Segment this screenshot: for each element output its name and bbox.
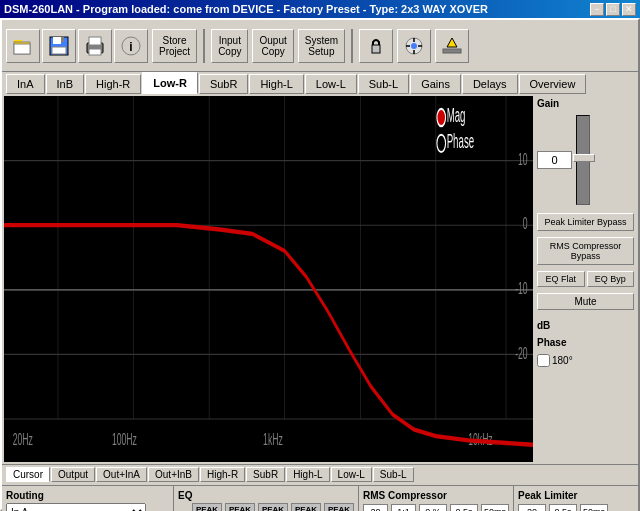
save-button[interactable] bbox=[42, 29, 76, 63]
svg-text:20Hz: 20Hz bbox=[13, 430, 33, 449]
tab-low-r[interactable]: Low-R bbox=[142, 72, 198, 94]
main-tab-bar: InA InB High-R Low-R SubR High-L Low-L S… bbox=[2, 72, 638, 94]
rms-params-row bbox=[363, 504, 509, 511]
subtab-out-inb[interactable]: Out+InB bbox=[148, 467, 199, 482]
rms-param-1[interactable] bbox=[363, 504, 388, 511]
svg-text:1kHz: 1kHz bbox=[263, 430, 283, 449]
svg-point-44 bbox=[437, 109, 446, 126]
svg-text:10: 10 bbox=[518, 150, 528, 169]
peak-params-row bbox=[518, 504, 634, 511]
input-copy-button[interactable]: Input Copy bbox=[211, 29, 248, 63]
gain-label: Gain bbox=[537, 98, 634, 109]
main-window: i Store Project Input Copy Ouput Copy Sy… bbox=[0, 18, 640, 511]
peak-param-1[interactable] bbox=[518, 504, 546, 511]
rms-compressor-bypass-button[interactable]: RMS CompressorBypass bbox=[537, 237, 634, 265]
tab-delays[interactable]: Delays bbox=[462, 74, 518, 94]
rms-param-3[interactable] bbox=[419, 504, 447, 511]
eq-band-headers: PEAKBEQ PEAKBEQ PEAKBEQ PEAKBEQ PEAKBEQ bbox=[178, 503, 354, 511]
subtab-subr[interactable]: SubR bbox=[246, 467, 285, 482]
peak-param-3[interactable] bbox=[580, 504, 608, 511]
routing-label: Routing bbox=[6, 490, 169, 501]
svg-text:Mag: Mag bbox=[447, 104, 466, 125]
gain-slider-thumb[interactable] bbox=[573, 154, 595, 162]
eq-panel: EQ PEAKBEQ PEAKBEQ PEAKBEQ PEAKBEQ PEAKB… bbox=[174, 486, 359, 511]
bottom-section: Cursor Output Out+InA Out+InB High-R Sub… bbox=[2, 464, 638, 511]
svg-rect-2 bbox=[14, 44, 30, 54]
eq-band-3-header: PEAKBEQ bbox=[258, 503, 288, 511]
gain-input[interactable] bbox=[537, 151, 572, 169]
phase-label: Phase bbox=[537, 337, 634, 348]
input-copy-label: Input Copy bbox=[218, 35, 241, 57]
rms-title: RMS Compressor bbox=[363, 490, 509, 501]
output-copy-button[interactable]: Ouput Copy bbox=[252, 29, 293, 63]
tab-high-r[interactable]: High-R bbox=[85, 74, 141, 94]
rms-param-5[interactable] bbox=[481, 504, 509, 511]
eq-title: EQ bbox=[178, 490, 354, 501]
tab-sub-l[interactable]: Sub-L bbox=[358, 74, 409, 94]
rms-panel: RMS Compressor Th bbox=[359, 486, 514, 511]
tab-high-l[interactable]: High-L bbox=[249, 74, 303, 94]
mute-button[interactable]: Mute bbox=[537, 293, 634, 310]
peak-panel: Peak Limiter Thr [dBu] Release Attack bbox=[514, 486, 638, 511]
output-copy-label: Ouput Copy bbox=[259, 35, 286, 57]
svg-point-14 bbox=[411, 43, 417, 49]
window-controls: − □ ✕ bbox=[590, 3, 636, 16]
content-area: 10 0 -10 -20 20Hz 100Hz 1kHz 10kHz Mag P… bbox=[2, 94, 638, 464]
subtab-output[interactable]: Output bbox=[51, 467, 95, 482]
minimize-button[interactable]: − bbox=[590, 3, 604, 16]
left-controls-panel: Routing In AIn B Delay ▲ ▼ Adj Fine High… bbox=[2, 486, 174, 511]
svg-text:-10: -10 bbox=[515, 279, 528, 298]
svg-rect-4 bbox=[53, 37, 61, 44]
lock-button[interactable] bbox=[359, 29, 393, 63]
svg-rect-19 bbox=[443, 49, 461, 53]
title-bar: DSM-260LAN - Program loaded: come from D… bbox=[0, 0, 640, 18]
eq-band-5-header: PEAKBEQ bbox=[324, 503, 354, 511]
subtab-low-l[interactable]: Low-L bbox=[331, 467, 372, 482]
tab-inA[interactable]: InA bbox=[6, 74, 45, 94]
eq-band-2-header: PEAKBEQ bbox=[225, 503, 255, 511]
maximize-button[interactable]: □ bbox=[606, 3, 620, 16]
connect-button[interactable] bbox=[397, 29, 431, 63]
toolbar-separator-1 bbox=[203, 29, 205, 63]
info-button[interactable]: i bbox=[114, 29, 148, 63]
download-button[interactable] bbox=[435, 29, 469, 63]
routing-dropdown[interactable]: In AIn B bbox=[6, 503, 146, 511]
phase-180-checkbox[interactable] bbox=[537, 354, 550, 367]
peak-param-2[interactable] bbox=[549, 504, 577, 511]
tab-subr[interactable]: SubR bbox=[199, 74, 249, 94]
eq-byp-button[interactable]: EQ Byp bbox=[587, 271, 635, 287]
open-button[interactable] bbox=[6, 29, 40, 63]
phase-180-label: 180° bbox=[552, 355, 573, 366]
eq-flat-button[interactable]: EQ Flat bbox=[537, 271, 585, 287]
subtab-out-ina[interactable]: Out+InA bbox=[96, 467, 147, 482]
toolbar-separator-2 bbox=[351, 29, 353, 63]
subtab-sub-l[interactable]: Sub-L bbox=[373, 467, 414, 482]
rms-param-2[interactable] bbox=[391, 504, 416, 511]
svg-text:Phase: Phase bbox=[447, 130, 475, 151]
system-setup-button[interactable]: System Setup bbox=[298, 29, 345, 63]
tab-gains[interactable]: Gains bbox=[410, 74, 461, 94]
toolbar-file-buttons: i bbox=[6, 29, 148, 63]
system-setup-label: System Setup bbox=[305, 35, 338, 57]
svg-rect-12 bbox=[372, 45, 380, 53]
svg-text:100Hz: 100Hz bbox=[112, 430, 137, 449]
subtab-high-l[interactable]: High-L bbox=[286, 467, 329, 482]
svg-marker-20 bbox=[447, 38, 457, 47]
peak-limiter-bypass-button[interactable]: Peak Limiter Bypass bbox=[537, 213, 634, 231]
right-panel: Gain Peak Limiter Bypass RMS CompressorB… bbox=[533, 94, 638, 464]
svg-rect-9 bbox=[89, 49, 101, 55]
tab-overview[interactable]: Overview bbox=[519, 74, 587, 94]
svg-text:i: i bbox=[129, 40, 132, 54]
sub-tab-bar: Cursor Output Out+InA Out+InB High-R Sub… bbox=[2, 465, 638, 482]
store-project-button[interactable]: Store Project bbox=[152, 29, 197, 63]
subtab-high-r[interactable]: High-R bbox=[200, 467, 245, 482]
frequency-chart[interactable]: 10 0 -10 -20 20Hz 100Hz 1kHz 10kHz Mag P… bbox=[4, 96, 533, 462]
rms-param-4[interactable] bbox=[450, 504, 478, 511]
print-button[interactable] bbox=[78, 29, 112, 63]
gain-slider-track bbox=[576, 115, 590, 205]
tab-low-l[interactable]: Low-L bbox=[305, 74, 357, 94]
subtab-cursor[interactable]: Cursor bbox=[6, 467, 50, 482]
tab-inB[interactable]: InB bbox=[46, 74, 85, 94]
panel-row: Routing In AIn B Delay ▲ ▼ Adj Fine High… bbox=[2, 485, 638, 511]
close-button[interactable]: ✕ bbox=[622, 3, 636, 16]
